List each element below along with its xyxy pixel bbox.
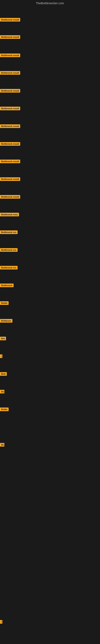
bottleneck-result-badge: Bott (0, 372, 7, 376)
bottleneck-result-item: Bottleneck (0, 284, 14, 288)
bottleneck-result-badge: Bottleneck res (0, 266, 18, 270)
bottleneck-result-badge: Bottleneck result (0, 71, 20, 75)
bottleneck-result-badge: | (0, 354, 2, 358)
bottleneck-result-badge: Bot (0, 337, 6, 340)
bottleneck-result-item: Bottleneck result (0, 195, 20, 200)
bottleneck-result-item: Bottleneck result (0, 54, 20, 58)
bottleneck-result-item: Bottleneck result (0, 124, 20, 129)
bottleneck-result-badge: Bottleneck result (0, 142, 20, 146)
bottleneck-result-item: Bottle (0, 301, 9, 306)
bottleneck-result-badge: Bottleneck result (0, 18, 20, 22)
bottleneck-result-badge: Bottleneck result (0, 124, 20, 128)
bottleneck-result-item: Bottleneck res (0, 230, 18, 235)
bottleneck-result-item: Bottleneck result (0, 142, 20, 146)
bottleneck-result-item: Bottlenec (0, 319, 12, 324)
bottleneck-result-badge: Bottleneck result (0, 107, 20, 110)
bottleneck-result-item: Bottleneck result (0, 177, 20, 182)
bottleneck-result-item: Bot (0, 337, 6, 341)
bottleneck-result-item: Bottleneck result (0, 107, 20, 111)
bottleneck-result-badge: Bottlenec (0, 319, 12, 322)
bottleneck-result-badge: Bottle (0, 301, 9, 305)
bottleneck-result-item: Bottleneck result (0, 71, 20, 76)
bottleneck-result-item: | (0, 354, 2, 359)
site-title: TheBottlenecker.com (0, 0, 100, 6)
bottleneck-result-item: Bott (0, 372, 7, 376)
bottleneck-result-item: Bottleneck res (0, 266, 18, 270)
bottleneck-result-badge: Bottleneck result (0, 160, 20, 163)
bottleneck-result-badge: Bo (0, 443, 4, 446)
bottleneck-result-item: Bottleneck result (0, 89, 20, 94)
bottleneck-result-badge: Bottleneck result (0, 54, 20, 57)
bottleneck-result-badge: Bottleneck result (0, 35, 20, 39)
bottleneck-result-item: Bottleneck res (0, 248, 18, 252)
bottleneck-result-badge: Bottleneck result (0, 177, 20, 181)
bottleneck-result-item: Bottleneck result (0, 35, 20, 40)
bottleneck-result-item: Bo (0, 443, 4, 448)
bottleneck-result-item: Bottleneck result (0, 18, 20, 22)
bottleneck-result-item: Bo (0, 390, 4, 394)
bottleneck-result-badge: Bottleneck result (0, 89, 20, 92)
bottleneck-result-badge: Bottleneck result (0, 195, 20, 199)
bottleneck-result-badge: Bottleneck res (0, 248, 18, 252)
bottleneck-result-item: | (0, 620, 2, 624)
bottleneck-result-badge: Bottleneck (0, 284, 14, 287)
bottleneck-result-badge: | (0, 620, 2, 624)
bottleneck-result-badge: Bottle (0, 408, 9, 411)
bottleneck-result-item: Bottleneck resu (0, 213, 19, 217)
bottleneck-result-badge: Bottleneck resu (0, 213, 19, 216)
bottleneck-result-item: Bottleneck result (0, 160, 20, 164)
bottleneck-result-badge: Bo (0, 390, 4, 394)
bottleneck-result-item: Bottle (0, 408, 9, 412)
bottleneck-result-badge: Bottleneck res (0, 230, 18, 234)
